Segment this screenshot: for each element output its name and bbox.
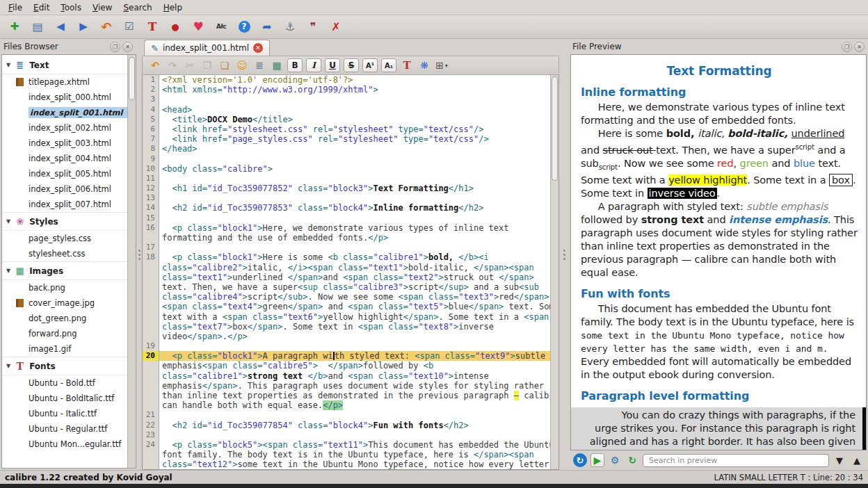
code-row[interactable]: 21 [143,410,550,420]
embed-fonts-button[interactable]: T [143,18,161,36]
left-splitter[interactable] [136,39,142,470]
beautify-button[interactable]: ≣ [252,58,266,72]
file-item[interactable]: index_split_004.html [2,151,127,166]
bold-button[interactable]: B [287,58,303,72]
code-row[interactable]: class="text12">some text in the Ubuntu M… [143,459,550,469]
editor-scrollbar-thumb[interactable] [552,76,558,181]
donate-button[interactable]: ♥ [189,18,207,36]
file-item[interactable]: image1.gif [2,341,127,357]
check-book-button[interactable]: ☑ [120,18,138,36]
file-item[interactable]: index_split_000.html [2,90,127,105]
code-row[interactable]: class="calibre2">italic, </i><span class… [143,263,550,273]
code-row[interactable]: 17 [143,243,550,252]
refresh-icon[interactable]: ↻ [625,453,639,467]
file-item[interactable]: Ubuntu - Bold.ttf [2,375,127,391]
insert-image-button[interactable]: ▦ [270,58,284,72]
code-row[interactable]: text. Then, we have a super<sup class="c… [143,282,550,292]
editor-scrollbar[interactable] [550,75,558,469]
code-row[interactable]: 23 [143,430,550,440]
files-tree-scrollbar[interactable] [127,55,136,468]
code-row[interactable]: 2<html xmlns="http://www.w3.org/1999/xht… [143,85,550,95]
back-button[interactable]: ◀ [51,18,70,36]
code-lines[interactable]: 1<?xml version='1.0' encoding='utf-8'?>2… [143,75,550,469]
insert-table-button[interactable]: ⊞▾ [435,58,449,72]
subscript-button[interactable]: A₁ [381,58,396,72]
code-row[interactable]: 19 [143,341,550,351]
file-item[interactable]: index_split_006.html [2,181,127,197]
files-section-header-fonts[interactable]: ▼TFonts [2,357,127,375]
code-row[interactable]: class="calibre4">script</sub>. Now we se… [143,292,550,302]
editor-tab[interactable]: ✎ index_split_001.html ✕ [144,40,270,56]
code-row[interactable]: <span class="text4">green</span> and <sp… [143,302,550,311]
code-row[interactable]: 6 <link href="stylesheet.css" rel="style… [143,124,550,134]
save-button[interactable]: ▤ [29,18,47,36]
anchor-button[interactable]: ⚓ [281,18,299,36]
code-row[interactable]: 15 [143,213,550,223]
find-previous-icon[interactable]: ▲ [850,453,864,467]
text-color-button[interactable]: T [400,58,414,72]
cut-button[interactable]: ✂ [183,58,197,72]
code-row[interactable]: text with a <span class="text6">yellow h… [143,312,550,322]
menu-item-edit[interactable]: Edit [28,1,55,15]
chevron-down-icon[interactable]: ▾ [445,63,448,69]
code-row[interactable]: 4<head> [143,105,550,115]
code-row[interactable]: 11 [143,174,550,184]
run-button[interactable]: ▶ [590,453,604,467]
code-row[interactable]: class="text7">box</span>. Some text in <… [143,322,550,332]
copy-button[interactable]: ❐ [200,58,214,72]
menu-item-search[interactable]: Search [118,1,157,15]
code-row[interactable]: 14 <h2 id="id_Toc359077853" class="block… [143,203,550,213]
find-next-icon[interactable]: ▼ [833,453,846,467]
code-row[interactable]: emphasis<span class="calibre5"> </span>f… [143,361,550,371]
code-row[interactable]: formatting and the use of embedded fonts… [143,233,550,243]
file-item[interactable]: Ubuntu Mon...egular.ttf [2,437,127,452]
file-item[interactable]: forward.png [2,326,127,341]
code-row[interactable]: 16 <p class="block1">Here, we demonstrat… [143,223,550,233]
forward-button[interactable]: ▶ [74,18,93,36]
file-preview-close-button[interactable]: ✕ [854,42,865,52]
file-item[interactable]: cover_image.jpg [2,295,127,311]
file-item[interactable]: Ubuntu - BoldItalic.ttf [2,391,127,406]
insert-special-button[interactable]: ❋ [417,58,431,72]
code-row[interactable]: 24 <p class="block5"><span class="text11… [143,440,550,450]
new-file-button[interactable]: ✚ [6,18,24,36]
paste-button[interactable]: ❏ [218,58,232,72]
menu-item-file[interactable]: File [3,1,28,15]
code-row[interactable]: 3 [143,95,550,104]
code-row[interactable]: class="text1">underlined </span>and <spa… [143,273,550,282]
file-item[interactable]: index_split_005.html [2,166,127,181]
revert-button[interactable]: ↶ [97,18,115,36]
file-item[interactable]: Ubuntu - Italic.ttf [2,406,127,421]
files-section-header-text[interactable]: ▼≣Text [2,56,127,74]
file-item[interactable]: dot_green.png [2,311,127,326]
file-item[interactable]: back.png [2,280,127,295]
code-row[interactable]: 5 <title>DOCX Demo</title> [143,115,550,124]
export-button[interactable]: ➦ [258,18,276,36]
menu-item-tools[interactable]: Tools [55,1,87,15]
redo-button[interactable]: ↷ [166,58,179,72]
preview-search-input[interactable] [643,454,829,467]
code-row[interactable]: 20 <p class="block1">A paragraph with st… [143,351,550,361]
code-row[interactable]: 7 <link href="page_styles.css" rel="styl… [143,134,550,144]
file-item[interactable]: index_split_001.html [2,105,127,120]
file-item[interactable]: index_split_007.html [2,197,127,212]
code-row[interactable]: 9 [143,154,550,164]
preview-splitter[interactable] [559,39,569,470]
code-row[interactable]: 1<?xml version='1.0' encoding='utf-8'?> [143,75,550,85]
code-editor[interactable]: 1<?xml version='1.0' encoding='utf-8'?>2… [142,75,559,470]
code-row[interactable]: class="calibre1">strong text </b>and <sp… [143,371,550,381]
files-tree-scrollbar-thumb[interactable] [129,57,135,100]
menu-item-view[interactable]: View [87,1,118,15]
code-row[interactable]: font family. The body text is in the Ubu… [143,450,550,459]
files-section-header-images[interactable]: ▼▦Images [2,262,127,280]
code-row[interactable]: 13 [143,193,550,203]
code-row[interactable]: emphasis</span>. This paragraph uses doc… [143,381,550,391]
spellcheck-button[interactable]: Ałc [212,18,230,36]
files-browser-float-button[interactable]: ❐ [110,42,120,52]
code-row[interactable]: 12 <h1 id="id_Toc359077852" class="block… [143,184,550,193]
file-item[interactable]: stylesheet.css [2,246,127,261]
code-row[interactable]: 22 <h2 id="id_Toc359077854" class="block… [143,421,550,430]
auto-reload-icon[interactable]: ↻ [573,453,587,467]
bug-report-button[interactable]: ● [166,18,184,36]
delete-file-button[interactable]: ✗ [327,18,345,36]
